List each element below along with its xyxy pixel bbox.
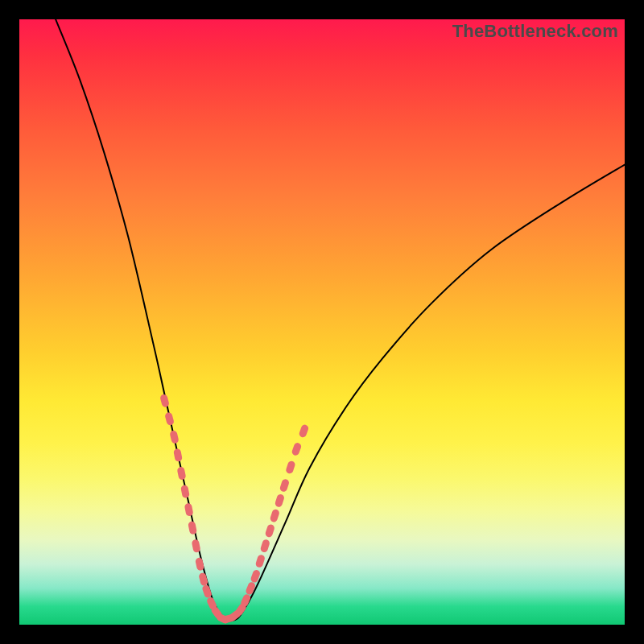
watermark-label: TheBottleneck.com [452,21,618,42]
marker-point [270,509,280,523]
marker-point [255,554,266,568]
marker-point [275,493,285,508]
marker-point [192,539,201,552]
plot-area: TheBottleneck.com [19,19,625,625]
marker-point [188,521,197,535]
marker-point [164,411,175,426]
marker-point [265,523,275,538]
marker-point [195,557,204,572]
marker-point [260,539,270,553]
marker-point [298,423,309,438]
marker-point [159,394,170,408]
marker-point [279,478,291,493]
highlighted-markers [159,394,309,625]
marker-point [245,581,256,596]
marker-point [169,430,179,444]
marker-point [177,466,187,480]
marker-point [285,460,296,474]
marker-point [184,502,194,516]
marker-point [198,572,208,587]
marker-point [180,485,190,498]
marker-point [291,442,302,456]
marker-point [173,448,183,462]
bottleneck-curve [56,19,625,621]
chart-frame: TheBottleneck.com [0,0,644,644]
curve-layer [19,19,625,625]
